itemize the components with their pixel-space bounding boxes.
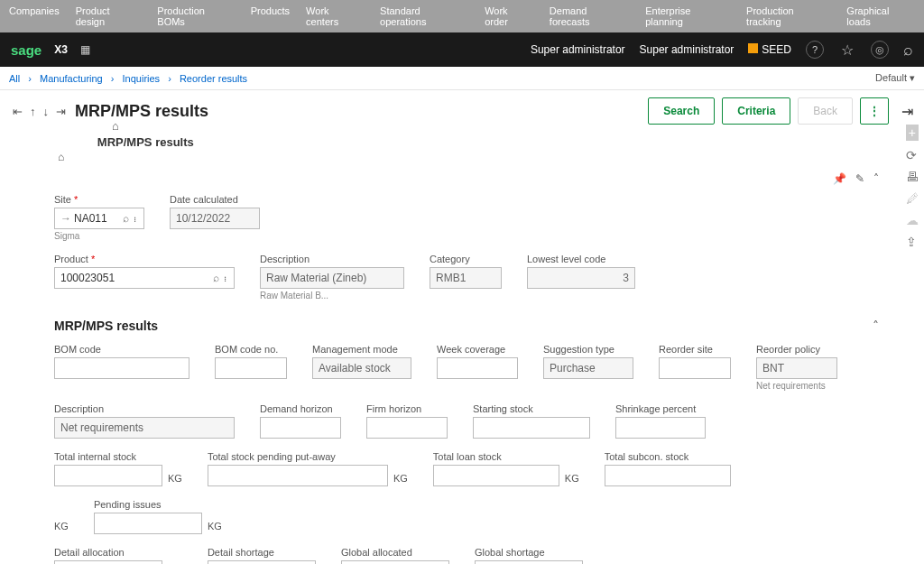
site-input[interactable]: →NA011 ⌕ ⋮ <box>54 208 144 229</box>
edit-icon[interactable]: ✎ <box>855 172 864 185</box>
results-collapse-icon[interactable]: ˄ <box>873 319 879 333</box>
shrinkage-input[interactable] <box>615 417 706 439</box>
date-input[interactable] <box>170 208 260 229</box>
default-dropdown[interactable]: Default ▾ <box>875 72 915 84</box>
add-icon[interactable]: + <box>906 125 919 141</box>
help-icon[interactable]: ? <box>806 41 824 59</box>
cloud-icon[interactable]: ☁ <box>906 213 919 227</box>
nav-work-centers[interactable]: Work centers <box>306 5 364 27</box>
bomcode-label: BOM code <box>54 344 189 355</box>
reordersite-label: Reorder site <box>659 344 731 355</box>
exit-icon[interactable]: ⇥ <box>901 103 913 120</box>
nav-demand-forecasts[interactable]: Demand forecasts <box>550 5 629 27</box>
category-input <box>430 267 502 289</box>
compass-icon[interactable]: ◎ <box>871 41 889 59</box>
home-icon[interactable]: ⌂ <box>112 119 119 133</box>
site-lookup-icon[interactable]: ⌕ <box>123 212 129 225</box>
globshort-input[interactable] <box>475 560 583 564</box>
page-title: MRP/MPS results <box>75 102 208 121</box>
site-sub: Sigma <box>54 231 144 241</box>
totpend-label: Total stock pending put-away <box>208 451 388 462</box>
search-icon[interactable]: ⌕ <box>903 41 913 60</box>
date-label: Date calculated <box>170 194 260 205</box>
product-input[interactable]: 100023051 ⌕ ⋮ <box>54 267 235 289</box>
breadcrumb-manufacturing[interactable]: Manufacturing <box>40 73 103 84</box>
logo: sage <box>11 42 42 58</box>
product-menu-icon[interactable]: ⋮ <box>222 272 228 284</box>
mgmt-input <box>312 357 411 379</box>
totloan-input[interactable] <box>433 465 559 486</box>
nav-enterprise-planning[interactable]: Enterprise planning <box>645 5 730 27</box>
bomcodeno-input[interactable] <box>215 357 287 379</box>
bomcode-input[interactable] <box>54 357 189 379</box>
detshort-input[interactable] <box>208 560 316 564</box>
totsubcon-input[interactable] <box>605 465 731 486</box>
detalloc-label: Detail allocation <box>54 547 162 558</box>
nav-graphical-loads[interactable]: Graphical loads <box>846 5 915 27</box>
up-icon[interactable]: ↑ <box>28 103 38 120</box>
site-menu-icon[interactable]: ⋮ <box>132 212 138 225</box>
nav-products[interactable]: Products <box>251 5 290 27</box>
startstock-input[interactable] <box>473 417 590 439</box>
share-icon[interactable]: ⇪ <box>906 235 919 249</box>
unit-kg: KG <box>208 521 222 532</box>
description-sub: Raw Material B... <box>260 291 404 300</box>
startstock-label: Starting stock <box>473 403 590 414</box>
category-label: Category <box>430 254 502 264</box>
refresh-icon[interactable]: ⟳ <box>906 148 919 162</box>
nav-production-tracking[interactable]: Production tracking <box>746 5 830 27</box>
nav-production-boms[interactable]: Production BOMs <box>157 5 234 27</box>
back-button[interactable]: Back <box>798 97 853 125</box>
search-button[interactable]: Search <box>648 97 715 125</box>
totpend-input[interactable] <box>208 465 388 486</box>
unit-kg: KG <box>393 473 408 484</box>
nav-work-order[interactable]: Work order <box>485 5 533 27</box>
breadcrumb-all[interactable]: All <box>9 73 20 84</box>
favorite-icon[interactable]: ☆ <box>838 41 856 59</box>
firmhor-label: Firm horizon <box>366 403 448 414</box>
globalloc-label: Global allocated <box>341 547 449 558</box>
lowlevel-label: Lowest level code <box>527 254 635 264</box>
more-button[interactable]: ⋮ <box>860 97 889 125</box>
seed-label[interactable]: SEED <box>748 43 791 56</box>
pin-icon[interactable]: 📌 <box>833 172 846 185</box>
detalloc-input[interactable] <box>54 560 162 564</box>
first-icon[interactable]: ⇤ <box>11 103 24 120</box>
pendissues-input[interactable] <box>94 513 202 534</box>
globshort-label: Global shortage <box>475 547 583 558</box>
nav-companies[interactable]: Companies <box>9 5 60 27</box>
demhor-label: Demand horizon <box>260 403 341 414</box>
unit-kg: KG <box>168 473 182 484</box>
demhor-input[interactable] <box>260 417 341 439</box>
description-label: Description <box>260 254 404 264</box>
product-label: Product <box>54 254 235 264</box>
user-label-2[interactable]: Super administrator <box>640 43 735 56</box>
reorderpol-input <box>756 357 837 379</box>
sugtype-input <box>543 357 633 379</box>
weekcov-input[interactable] <box>437 357 518 379</box>
collapse-icon[interactable]: ˄ <box>873 172 879 185</box>
breadcrumb-inquiries[interactable]: Inquiries <box>123 73 161 84</box>
firmhor-input[interactable] <box>366 417 448 439</box>
calendar-icon[interactable]: ▦ <box>80 43 90 56</box>
totsubcon-label: Total subcon. stock <box>605 451 731 462</box>
product-lookup-icon[interactable]: ⌕ <box>213 272 219 284</box>
globalloc-input[interactable] <box>341 560 449 564</box>
nav-standard-operations[interactable]: Standard operations <box>380 5 468 27</box>
sub-title: MRP/MPS results <box>97 135 194 149</box>
print-icon[interactable]: 🖶 <box>906 170 919 184</box>
user-label-1[interactable]: Super administrator <box>531 43 625 56</box>
last-icon[interactable]: ⇥ <box>54 103 68 120</box>
app-header: sage X3 ▦ Super administrator Super admi… <box>0 32 924 67</box>
attach-icon[interactable]: 🖉 <box>906 191 919 206</box>
shrinkage-label: Shrinkage percent <box>615 403 706 414</box>
reordersite-input[interactable] <box>659 357 731 379</box>
criteria-button[interactable]: Criteria <box>722 97 790 125</box>
description-input <box>260 267 404 289</box>
totint-input[interactable] <box>54 465 162 486</box>
nav-product-design[interactable]: Product design <box>76 5 142 27</box>
desc-label: Description <box>54 403 235 414</box>
breadcrumb-reorder[interactable]: Reorder results <box>180 73 247 84</box>
mgmt-label: Management mode <box>312 344 411 355</box>
down-icon[interactable]: ↓ <box>42 103 51 120</box>
